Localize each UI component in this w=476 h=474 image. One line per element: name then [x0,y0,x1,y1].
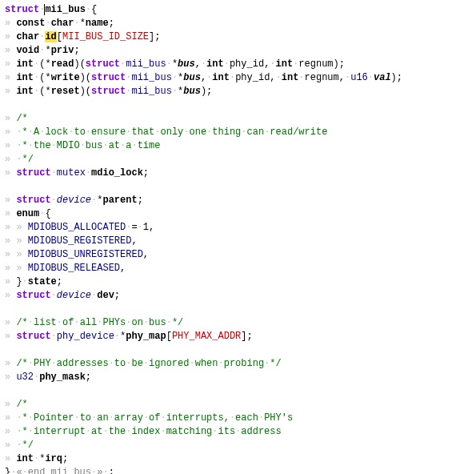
comment-line: » /*·list·of·all·PHYs·on·bus·*/ [5,316,471,330]
code-line: » int·*irq; [5,452,471,466]
code-line: » struct·mutex·mdio_lock; [5,167,471,180]
code-line: » » MDIOBUS_REGISTERED, [5,235,471,248]
comment-line: » ·*/ [5,153,471,167]
comment-line: » ·*·interrupt·at·the·index·matching·its… [5,425,471,439]
comment-line: » ·*/ [5,439,471,452]
code-line: struct·mii_bus·{ [5,3,471,17]
blank-line [5,303,471,316]
blank-line [5,98,471,112]
code-line: » » MDIOBUS_ALLOCATED·=·1, [5,221,471,235]
keyword-const: const [16,18,45,29]
code-line: » » MDIOBUS_RELEASED, [5,262,471,275]
code-editor[interactable]: struct·mii_bus·{ » const·char·*name; » c… [5,3,471,474]
code-line: » struct·device·*parent; [5,194,471,207]
comment-line: » ·*·A·lock·to·ensure·that·only·one·thin… [5,126,471,139]
comment-line: » /* [5,112,471,126]
code-line: » char·id[MII_BUS_ID_SIZE]; [5,30,471,44]
blank-line [5,343,471,357]
fold-marker: end mii_bus [28,467,91,474]
code-line: » enum·{ [5,207,471,221]
field-name: name [86,18,109,29]
blank-line [5,180,471,194]
code-line: » struct·phy_device·*phy_map[PHY_MAX_ADD… [5,330,471,343]
code-line: » » MDIOBUS_UNREGISTERED, [5,248,471,262]
code-line: » void·*priv; [5,44,471,58]
blank-line [5,384,471,398]
comment-line: » /* [5,398,471,412]
comment-line: » ·*·the·MDIO·bus·at·a·time [5,139,471,153]
highlighted-id: id [45,31,56,42]
struct-name: mii_bus [45,4,85,15]
comment-line: » /*·PHY·addresses·to·be·ignored·when·pr… [5,357,471,371]
code-line: » const·char·*name; [5,17,471,30]
keyword-struct: struct [5,4,39,15]
code-line: » int·(*reset)(struct·mii_bus·*bus); [5,85,471,98]
constant: MII_BUS_ID_SIZE [62,31,149,42]
code-line: » struct·device·dev; [5,289,471,303]
code-line: » int·(*read)(struct·mii_bus·*bus,·int·p… [5,58,471,71]
code-line: » }·state; [5,275,471,289]
code-line: » int·(*write)(struct·mii_bus·*bus,·int·… [5,71,471,85]
comment-line: » ·*·Pointer·to·an·array·of·interrupts,·… [5,412,471,425]
code-line: » u32·phy_mask; [5,371,471,384]
keyword-enum: enum [16,208,39,219]
code-line: }·«·end mii_bus·»·; [5,466,471,474]
